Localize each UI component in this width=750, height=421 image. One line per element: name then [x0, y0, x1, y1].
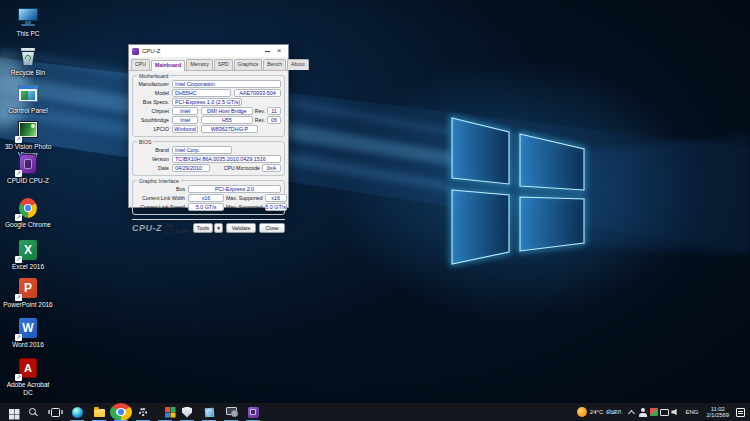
field-label: Chipset: [136, 108, 172, 114]
shortcut-arrow-icon: [15, 374, 22, 381]
start-button[interactable]: [0, 403, 22, 421]
shortcut-arrow-icon: [15, 214, 22, 221]
cpuz-logo: CPU-Z: [132, 223, 162, 233]
desktop-icon-control-panel[interactable]: Control Panel: [2, 82, 54, 115]
desktop-icon-cpuid-cpu-z[interactable]: CPUID CPU-Z: [2, 152, 54, 185]
taskbar-file-explorer[interactable]: [88, 403, 110, 421]
weather-widget[interactable]: 24°C ฝนตก: [572, 403, 627, 421]
desktop-icon-excel-2016[interactable]: X Excel 2016: [2, 238, 54, 271]
shortcut-arrow-icon: [15, 170, 22, 177]
action-center-icon[interactable]: [736, 408, 745, 417]
tools-button[interactable]: Tools: [193, 223, 213, 233]
chipset-name-value: DMI Host Bridge: [201, 107, 253, 115]
rev-label: Rev.: [253, 117, 267, 123]
bios-date-value: 04/29/2010: [172, 164, 210, 172]
southbridge-brand-value: Intel: [172, 116, 198, 124]
microcode-value: 0xA: [262, 164, 281, 172]
max-supported-label: Max. Supported: [224, 204, 265, 210]
field-label: Current Link Speed: [136, 204, 188, 210]
close-window-button[interactable]: Close: [259, 223, 285, 233]
desktop-icon-word-2016[interactable]: W Word 2016: [2, 316, 54, 349]
desktop-icon-label: Control Panel: [2, 107, 54, 115]
tab-mainboard[interactable]: Mainboard: [151, 60, 185, 71]
search-icon: [29, 408, 36, 415]
desktop-icon-google-chrome[interactable]: Google Chrome: [2, 196, 54, 229]
field-label: Model: [136, 90, 172, 96]
taskbar-edge[interactable]: [66, 403, 88, 421]
clock[interactable]: 11:02 2/1/2569: [702, 406, 733, 419]
gi-max-speed-value: 5.0 GT/s: [265, 203, 287, 211]
gi-link-width-value: x16: [188, 194, 224, 202]
chevron-up-icon: [628, 409, 635, 416]
taskbar-chrome[interactable]: [110, 403, 132, 421]
tray-app[interactable]: [648, 403, 659, 421]
shortcut-arrow-icon: [15, 294, 22, 301]
cpuz-titlebar[interactable]: CPU-Z: [129, 45, 288, 57]
model-code-value: AAE70933-504: [234, 89, 281, 97]
minimize-button[interactable]: [261, 46, 273, 56]
tray-display[interactable]: [659, 403, 670, 421]
validate-button[interactable]: Validate: [226, 223, 256, 233]
desktop-icon-recycle-bin[interactable]: Recycle Bin: [2, 44, 54, 77]
gi-link-speed-value: 5.0 GT/s: [188, 203, 224, 211]
shortcut-arrow-icon: [15, 334, 22, 341]
field-label: Manufacturer: [136, 81, 172, 87]
tab-graphics[interactable]: Graphics: [234, 59, 263, 70]
taskbar-3d-viewer[interactable]: [198, 403, 220, 421]
taskbar: 24°C ฝนตก ENG 11:02 2/1/2569: [0, 403, 750, 421]
cpuz-tabbar: CPU Mainboard Memory SPD Graphics Bench …: [129, 57, 288, 71]
taskbar-windows-security[interactable]: [176, 403, 198, 421]
tab-spd[interactable]: SPD: [214, 59, 233, 70]
task-view-button[interactable]: [44, 403, 66, 421]
chipset-brand-value: Intel: [172, 107, 198, 115]
hidden-icons-button[interactable]: [626, 403, 637, 421]
powerpoint-icon: P: [16, 276, 40, 300]
desktop-icon-this-pc[interactable]: This PC: [2, 5, 54, 38]
tab-bench[interactable]: Bench: [263, 59, 286, 70]
chipset-rev-value: 11: [267, 107, 281, 115]
shield-icon: [182, 407, 192, 418]
lpcio-brand-value: Winbond: [172, 125, 198, 133]
tray-app-icon: [650, 408, 658, 416]
desktop-icon-label: Excel 2016: [2, 263, 54, 271]
field-label: Version: [136, 156, 172, 162]
bios-brand-value: Intel Corp.: [172, 146, 232, 154]
cpu-z-icon: [16, 152, 40, 176]
edge-icon: [72, 407, 83, 418]
file-explorer-icon: [94, 409, 105, 417]
bus-specs-value: PCI-Express 1.0 (2.5 GT/s): [172, 98, 242, 106]
graphic-interface-group: Graphic Interface Bus PCI-Express 2.0 Cu…: [132, 180, 285, 215]
tab-memory[interactable]: Memory: [186, 59, 213, 70]
desktop-icon-label: Google Chrome: [2, 221, 54, 229]
search-button[interactable]: [22, 403, 44, 421]
chrome-icon: [16, 196, 40, 220]
taskbar-settings[interactable]: [132, 403, 154, 421]
microcode-label: CPU Microcode: [222, 165, 262, 171]
taskbar-system-utility[interactable]: [220, 403, 242, 421]
display-icon: [660, 409, 669, 416]
wallpaper: [0, 0, 750, 421]
excel-icon: X: [16, 238, 40, 262]
volume-icon: [671, 408, 680, 416]
tab-cpu[interactable]: CPU: [131, 59, 150, 70]
word-icon: W: [16, 316, 40, 340]
language-indicator[interactable]: ENG: [681, 409, 702, 415]
close-button[interactable]: [273, 46, 285, 56]
field-label: Brand: [136, 147, 172, 153]
cpuz-app-icon: [132, 48, 139, 55]
lpcio-name-value: W83627DHG-P: [201, 125, 258, 133]
tray-volume[interactable]: [670, 403, 681, 421]
desktop-icon-powerpoint-2016[interactable]: P PowerPoint 2016: [2, 276, 54, 309]
tab-about[interactable]: About: [287, 59, 309, 70]
desktop-icon-label: This PC: [2, 30, 54, 38]
photo-tiles-icon: [165, 407, 170, 412]
desktop-icon-adobe-acrobat-dc[interactable]: A Adobe Acrobat DC: [2, 356, 54, 396]
this-pc-icon: [16, 5, 40, 29]
recycle-bin-icon: [16, 44, 40, 68]
tools-dropdown-icon[interactable]: ▾: [214, 223, 223, 233]
tray-user[interactable]: [637, 403, 648, 421]
desktop-icon-label: CPUID CPU-Z: [2, 177, 54, 185]
taskbar-photo-tiles[interactable]: [154, 403, 176, 421]
taskbar-cpu-z[interactable]: [242, 403, 264, 421]
manufacturer-value: Intel Corporation: [172, 80, 281, 88]
